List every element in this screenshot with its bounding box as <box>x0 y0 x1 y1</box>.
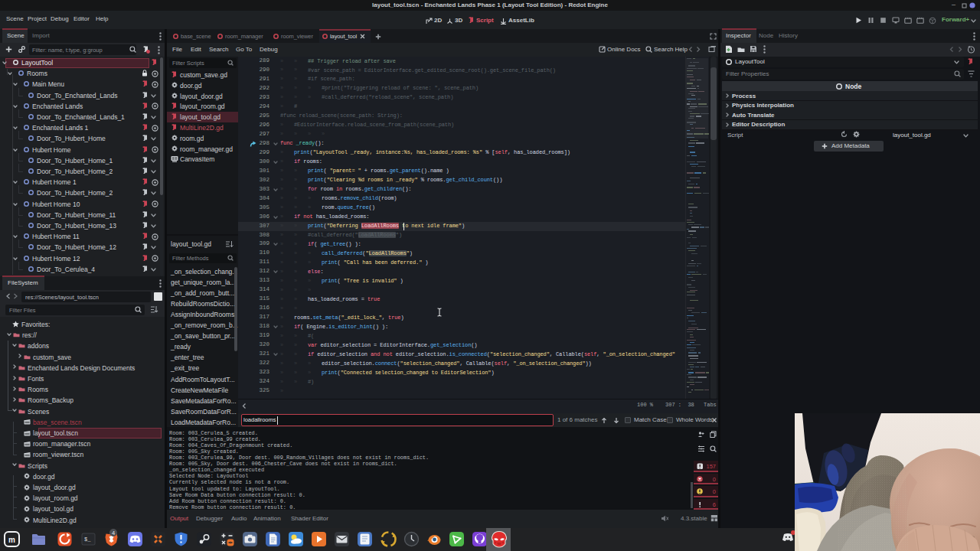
svg-text:$_: $_ <box>84 536 91 543</box>
svg-text:4: 4 <box>112 530 115 536</box>
svg-text:m: m <box>8 536 15 544</box>
